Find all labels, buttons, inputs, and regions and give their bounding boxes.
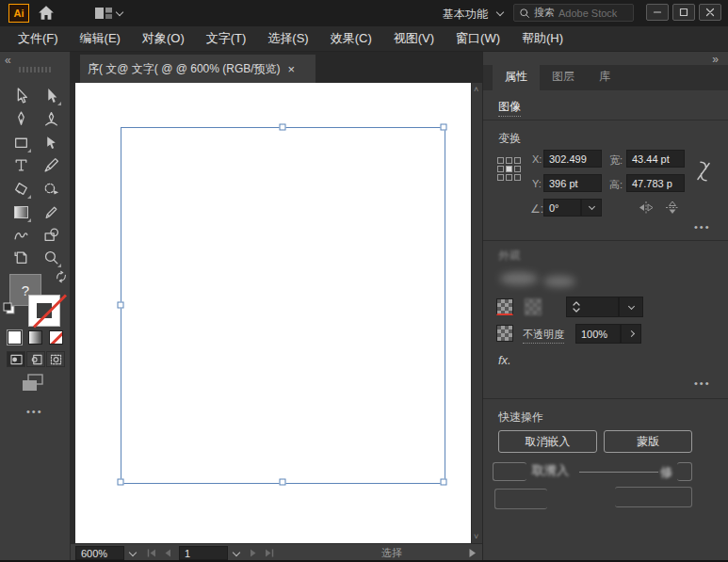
maximize-button[interactable] [672,4,695,21]
selection-bounding-box[interactable] [121,127,445,484]
menu-file[interactable]: 文件(F) [9,30,72,47]
collapse-panel-icon[interactable]: « [5,54,10,67]
shape-builder-tool[interactable] [40,223,62,246]
link-dimensions-icon[interactable] [694,155,713,187]
default-fill-stroke-icon[interactable] [3,302,16,315]
mask-button[interactable]: 蒙版 [604,430,692,453]
reference-point-grid[interactable] [497,157,521,181]
previous-artboard-icon[interactable] [163,548,171,558]
swap-fill-stroke-icon[interactable] [55,270,68,283]
panel-grip[interactable] [19,67,53,72]
tab-libraries[interactable]: 库 [587,63,623,90]
eraser-tool[interactable] [9,177,32,200]
minimize-button[interactable] [646,4,669,21]
selection-handle-mid-left[interactable] [118,302,124,309]
direct-selection-tool[interactable] [9,84,32,106]
flip-horizontal-icon[interactable] [638,201,655,215]
menu-edit[interactable]: 编辑(E) [72,30,134,47]
stroke-weight-dropdown[interactable] [619,297,643,317]
selection-tool[interactable] [40,84,62,106]
zoom-level-input[interactable]: 600% [75,546,124,560]
stroke-weight-stepper[interactable] [566,297,619,317]
document-tab-strip: 序( 文@ 文字( @ @ 600% (RGB/预览) × [71,52,482,83]
slice-tool[interactable] [9,246,32,268]
gradient-tool[interactable] [9,201,32,223]
arrange-documents-icon[interactable] [94,7,113,20]
search-input[interactable]: 搜索 Adobe Stock [513,4,634,22]
menu-effect[interactable]: 效果(C) [322,30,385,47]
menu-help[interactable]: 帮助(H) [513,30,576,47]
illustrator-window: Ai 基本功能 搜索 Adobe Stock 文件(F) 编辑(E) 对象(O)… [0,0,728,562]
flip-vertical-icon[interactable] [664,201,681,215]
draw-normal-mode-button[interactable] [7,351,25,367]
fx-button[interactable]: fx. [498,353,511,367]
more-transform-options-icon[interactable]: ••• [694,221,711,233]
pencil-tool[interactable] [40,201,62,223]
next-artboard-icon[interactable] [250,548,258,558]
paintbrush-tool[interactable] [40,153,62,176]
garbled-button-text: 修 [660,464,672,481]
first-artboard-icon[interactable] [146,548,157,558]
status-menu-icon[interactable] [468,548,477,558]
scroll-up-icon[interactable]: ˄ [474,85,478,94]
workspace-chevron-icon[interactable] [496,8,504,16]
selection-handle-bottom-right[interactable] [441,479,447,486]
rotate-view-tool[interactable] [40,177,62,200]
arrow-tool[interactable] [40,131,62,153]
menu-window[interactable]: 窗口(W) [447,30,513,47]
pen-tool[interactable] [9,107,32,130]
menu-select[interactable]: 选择(S) [259,30,321,47]
scribble-tool[interactable] [9,223,32,246]
zoom-chevron-icon[interactable] [129,548,137,555]
selection-handle-bottom-left[interactable] [118,479,124,486]
color-button[interactable] [8,330,22,345]
selection-handle-top-right[interactable] [441,124,447,131]
draw-inside-mode-button[interactable] [46,351,65,367]
opacity-options-button[interactable] [621,324,641,344]
zoom-tool[interactable] [40,246,62,268]
curvature-tool[interactable] [40,107,62,130]
stroke-color-well[interactable] [496,298,513,315]
rectangle-tool[interactable] [9,131,32,153]
vertical-scrollbar[interactable]: ˄ ˅ [471,83,482,543]
opacity-well[interactable] [496,325,513,342]
tab-layers[interactable]: 图层 [540,63,587,90]
workspace-switcher[interactable]: 基本功能 [443,7,488,23]
document-tab[interactable]: 序( 文@ 文字( @ @ 600% (RGB/预览) × [80,55,315,83]
close-tab-icon[interactable]: × [288,62,296,76]
more-tools-icon[interactable]: ••• [26,406,43,417]
angle-input[interactable]: 0° [543,199,581,217]
tab-properties[interactable]: 属性 [493,63,540,90]
home-icon[interactable] [38,5,55,21]
menu-view[interactable]: 视图(V) [385,30,447,47]
width-label: 宽: [609,153,623,168]
selection-handle-top-center[interactable] [280,124,286,131]
none-button[interactable] [49,330,63,345]
selection-handle-bottom-center[interactable] [280,479,286,486]
menu-object[interactable]: 对象(O) [134,30,198,47]
change-screen-mode-icon[interactable] [19,372,49,396]
artboard-canvas[interactable] [75,83,471,543]
y-input[interactable]: 396 pt [543,174,602,192]
type-tool[interactable] [9,153,32,176]
opacity-label[interactable]: 不透明度 [523,328,564,344]
last-artboard-icon[interactable] [264,548,275,558]
close-button[interactable] [699,4,721,21]
collapse-right-panel-icon[interactable]: » [712,53,719,66]
height-input[interactable]: 47.783 p [626,174,685,192]
artboard-number-input[interactable]: 1 [179,546,228,560]
width-input[interactable]: 43.44 pt [626,150,685,168]
unembed-button[interactable]: 取消嵌入 [498,430,597,453]
draw-behind-mode-button[interactable] [26,351,45,367]
gradient-button[interactable] [28,330,42,345]
scroll-down-icon[interactable]: ˅ [474,532,478,541]
x-input[interactable]: 302.499 [543,150,602,168]
stroke-style-well[interactable] [525,298,542,315]
more-appearance-options-icon[interactable]: ••• [694,377,711,389]
arrange-documents-chevron-icon[interactable] [116,8,123,16]
opacity-input[interactable]: 100% [575,324,621,344]
menu-type[interactable]: 文字(T) [198,30,260,47]
angle-dropdown[interactable] [581,199,602,217]
artboard-chevron-icon[interactable] [233,548,240,555]
stroke-color-swatch[interactable] [28,295,60,327]
